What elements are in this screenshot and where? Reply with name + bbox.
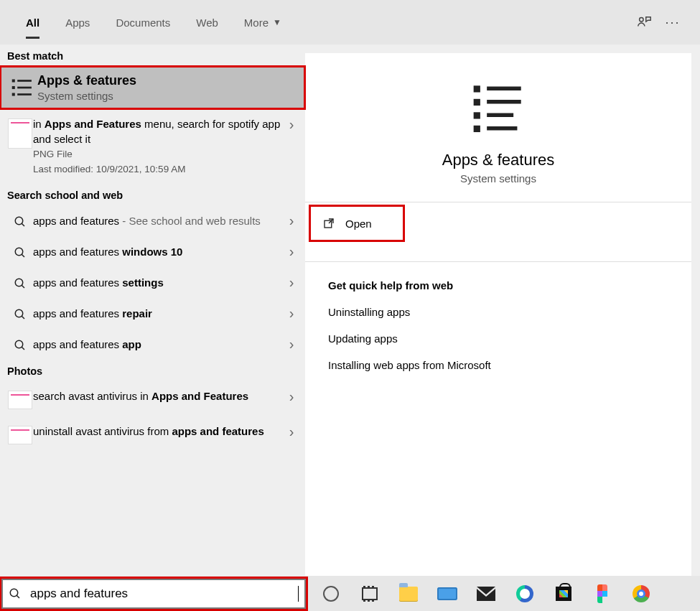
help-link[interactable]: Uninstalling apps bbox=[305, 299, 691, 325]
help-link[interactable]: Updating apps bbox=[305, 325, 691, 352]
details-pane: Apps & features System settings Open Get… bbox=[305, 53, 691, 576]
search-icon bbox=[9, 587, 22, 600]
file-thumbnail-icon bbox=[7, 116, 33, 149]
task-view-icon[interactable] bbox=[358, 582, 382, 606]
photo-thumbnail-icon bbox=[7, 424, 33, 444]
tab-more[interactable]: More ▼ bbox=[231, 0, 294, 45]
tab-web[interactable]: Web bbox=[183, 0, 231, 45]
svg-point-11 bbox=[15, 279, 23, 286]
svg-point-13 bbox=[15, 309, 23, 317]
chevron-right-icon[interactable]: › bbox=[282, 116, 301, 133]
chevron-right-icon[interactable]: › bbox=[282, 305, 301, 322]
chevron-right-icon[interactable]: › bbox=[282, 336, 301, 353]
web-suggestion-text: apps and features app bbox=[33, 337, 282, 352]
open-label: Open bbox=[345, 218, 372, 230]
web-suggestion[interactable]: apps and features repair › bbox=[0, 298, 305, 329]
chevron-right-icon[interactable]: › bbox=[282, 388, 301, 405]
taskbar-search-box[interactable] bbox=[1, 579, 306, 609]
taskbar bbox=[0, 576, 700, 611]
chevron-right-icon[interactable]: › bbox=[282, 213, 301, 229]
file-result-type: PNG File bbox=[33, 148, 282, 162]
svg-line-14 bbox=[22, 316, 24, 319]
svg-point-26 bbox=[10, 589, 18, 597]
web-suggestion-text: apps and features settings bbox=[33, 275, 282, 290]
svg-rect-19 bbox=[474, 99, 480, 106]
tab-apps[interactable]: Apps bbox=[52, 0, 103, 45]
photo-result-text: search avast antivirus in Apps and Featu… bbox=[33, 388, 282, 404]
web-suggestion[interactable]: apps and features windows 10 › bbox=[0, 236, 305, 267]
svg-point-9 bbox=[15, 248, 23, 256]
svg-rect-23 bbox=[474, 126, 480, 132]
chevron-right-icon[interactable]: › bbox=[282, 243, 301, 260]
details-title: Apps & features bbox=[318, 151, 678, 169]
results-pane: Best match Apps & features System settin… bbox=[0, 45, 305, 576]
file-result-modified: Last modified: 10/9/2021, 10:59 AM bbox=[33, 163, 282, 177]
web-suggestion[interactable]: apps and features settings › bbox=[0, 267, 305, 298]
section-best-match: Best match bbox=[0, 45, 305, 66]
help-heading: Get quick help from web bbox=[305, 262, 691, 299]
chrome-browser-icon[interactable] bbox=[629, 582, 653, 606]
web-suggestion-text: apps and features repair bbox=[33, 306, 282, 321]
search-icon bbox=[7, 213, 33, 228]
apps-features-icon bbox=[7, 75, 37, 100]
search-filter-tabs: All Apps Documents Web More ▼ ··· bbox=[0, 0, 700, 45]
chevron-right-icon[interactable]: › bbox=[282, 424, 301, 440]
best-match-subtitle: System settings bbox=[37, 90, 136, 102]
section-photos: Photos bbox=[0, 360, 305, 381]
more-options-icon[interactable]: ··· bbox=[658, 15, 687, 30]
divider bbox=[305, 202, 691, 202]
photo-result-text: uninstall avast antivirus from apps and … bbox=[33, 424, 282, 439]
svg-line-10 bbox=[22, 254, 24, 257]
tab-all[interactable]: All bbox=[13, 0, 52, 45]
microsoft-store-icon[interactable] bbox=[551, 582, 576, 606]
search-icon bbox=[7, 306, 33, 321]
svg-line-8 bbox=[22, 223, 24, 226]
svg-line-16 bbox=[22, 347, 24, 350]
edge-browser-icon[interactable] bbox=[513, 582, 537, 606]
details-subtitle: System settings bbox=[318, 172, 678, 185]
file-explorer-icon[interactable] bbox=[396, 582, 421, 606]
web-suggestion[interactable]: apps and features app › bbox=[0, 329, 305, 360]
search-input[interactable] bbox=[29, 586, 297, 602]
svg-rect-21 bbox=[474, 112, 480, 118]
search-icon bbox=[7, 337, 33, 352]
feedback-icon[interactable] bbox=[630, 14, 658, 30]
photo-thumbnail-icon bbox=[7, 388, 33, 409]
photo-result[interactable]: search avast antivirus in Apps and Featu… bbox=[0, 381, 305, 416]
search-icon bbox=[7, 244, 33, 259]
search-icon bbox=[7, 275, 33, 290]
tab-documents[interactable]: Documents bbox=[103, 0, 183, 45]
on-screen-keyboard-icon[interactable] bbox=[435, 582, 459, 606]
best-match-title: Apps & features bbox=[37, 73, 136, 88]
svg-rect-3 bbox=[12, 86, 15, 89]
open-button[interactable]: Open bbox=[311, 207, 403, 240]
file-result[interactable]: in Apps and Features menu, search for sp… bbox=[0, 109, 305, 184]
help-link[interactable]: Installing web apps from Microsoft bbox=[305, 352, 691, 378]
web-suggestion-text: apps and features - See school and web r… bbox=[33, 213, 282, 228]
chevron-right-icon[interactable]: › bbox=[282, 274, 301, 291]
chevron-down-icon: ▼ bbox=[273, 17, 281, 27]
svg-rect-5 bbox=[12, 93, 15, 95]
photo-result[interactable]: uninstall avast antivirus from apps and … bbox=[0, 416, 305, 452]
svg-rect-1 bbox=[12, 79, 15, 82]
web-suggestion-text: apps and features windows 10 bbox=[33, 244, 282, 259]
web-suggestion[interactable]: apps and features - See school and web r… bbox=[0, 205, 305, 236]
svg-point-0 bbox=[640, 18, 644, 22]
figma-icon[interactable] bbox=[590, 582, 615, 606]
svg-line-27 bbox=[17, 595, 19, 598]
mail-icon[interactable] bbox=[474, 582, 498, 606]
file-result-title: in Apps and Features menu, search for sp… bbox=[33, 116, 282, 146]
svg-point-7 bbox=[15, 217, 23, 225]
svg-line-12 bbox=[22, 285, 24, 288]
section-search-web: Search school and web bbox=[0, 184, 305, 205]
best-match-result[interactable]: Apps & features System settings bbox=[0, 66, 305, 109]
open-external-icon bbox=[322, 217, 335, 230]
svg-point-15 bbox=[15, 340, 23, 348]
svg-rect-17 bbox=[474, 85, 480, 92]
details-app-icon bbox=[318, 73, 678, 146]
cortana-icon[interactable] bbox=[319, 582, 343, 606]
tab-more-label: More bbox=[244, 17, 269, 29]
text-caret bbox=[298, 586, 299, 602]
